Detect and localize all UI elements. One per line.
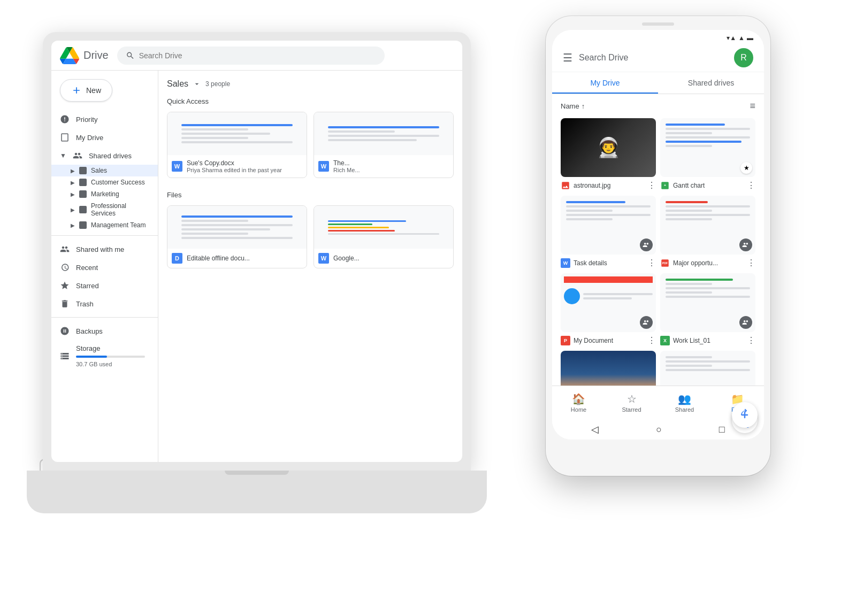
more-button[interactable]: ⋮ [647, 335, 656, 345]
expand-arrow: ▼ [60, 152, 66, 159]
sidebar-item-sales[interactable]: ▶ Sales [51, 165, 158, 176]
file-item-work-list[interactable]: X Work List_01 ⋮ [660, 273, 755, 346]
preview-line [666, 214, 750, 216]
file-meta-2: Rich Me... [333, 167, 449, 173]
sort-direction: ↑ [582, 102, 585, 110]
hamburger-icon[interactable]: ☰ [563, 51, 572, 64]
file-item-my-document[interactable]: P My Document ⋮ [561, 273, 656, 346]
marketing-folder-icon [79, 190, 87, 198]
sidebar-item-my-drive[interactable]: My Drive [51, 128, 154, 147]
phone-speaker [642, 22, 674, 26]
sidebar-item-trash[interactable]: Trash [51, 295, 154, 313]
nav-home[interactable]: 🏠 Home [552, 390, 605, 415]
preview-line [328, 233, 439, 235]
file-card-info-4: W Google... [314, 249, 453, 268]
back-button[interactable]: ◁ [591, 424, 599, 435]
sidebar-item-backups[interactable]: Backups [51, 322, 154, 340]
quick-access-file-2[interactable]: W The... Rich Me... [314, 112, 454, 178]
professional-services-label: Professional Services [91, 202, 149, 217]
sidebar-item-recent[interactable]: Recent [51, 258, 154, 276]
phone-status-bar: ▾▲ ▲ ▬ [552, 30, 764, 44]
nav-starred[interactable]: ☆ Starred [605, 390, 658, 415]
phone-search-field[interactable]: Search Drive [579, 53, 728, 63]
file-card-2[interactable]: W Google... [314, 205, 454, 268]
tab-shared-drives[interactable]: Shared drives [658, 72, 764, 94]
sort-label[interactable]: Name ↑ [561, 102, 585, 110]
plus-icon [71, 85, 82, 96]
recents-button[interactable]: □ [719, 424, 725, 435]
docs-icon-2: W [318, 161, 329, 172]
folder-name: Sales [167, 79, 188, 89]
more-button[interactable]: ⋮ [647, 180, 656, 190]
nav-shared-label: Shared [675, 406, 694, 413]
preview-line [666, 124, 725, 126]
sidebar-item-shared-with-me[interactable]: Shared with me [51, 240, 154, 258]
laptop: Drive [43, 32, 471, 524]
filename: astronaut.jpg [574, 182, 610, 189]
sidebar-item-priority[interactable]: Priority [51, 110, 154, 128]
file-item-major-opportu[interactable]: PDF Major opportu... ⋮ [660, 196, 755, 269]
storage-bar-fill [76, 356, 107, 358]
file-card-1[interactable]: D Editable offline docu... [167, 205, 307, 268]
fab-plus-button[interactable] [732, 402, 758, 428]
more-button[interactable]: ⋮ [747, 335, 755, 345]
drive-body: New Priority [51, 71, 462, 462]
shared-with-me-icon [60, 244, 70, 254]
recent-label: Recent [76, 264, 98, 272]
shared-with-me-label: Shared with me [76, 245, 124, 253]
sidebar-item-management-team[interactable]: ▶ Management Team [51, 219, 158, 231]
preview-line [666, 145, 712, 147]
file-info-text-4: Google... [333, 255, 449, 262]
dropdown-arrow-icon [193, 80, 201, 88]
sidebar-item-customer-success[interactable]: ▶ Customer Success [51, 176, 158, 188]
preview-line [328, 139, 417, 141]
view-toggle-icon[interactable]: ≡ [750, 101, 755, 112]
new-button[interactable]: New [60, 79, 112, 102]
quick-access-file-1[interactable]: W Sue's Copy.docx Priya Sharma edited in… [167, 112, 307, 178]
preview-line [666, 279, 733, 281]
preview-line [181, 128, 248, 130]
laptop-screen-outer: Drive [43, 32, 471, 471]
phone-nav-bar: ☰ Search Drive R [552, 44, 764, 72]
search-input[interactable] [139, 51, 376, 60]
preview-line [666, 210, 712, 212]
file-name-2: The... [333, 159, 449, 167]
file-item-gantt[interactable]: ★ + Gantt chart ⋮ [660, 118, 755, 191]
preview-line [666, 218, 712, 220]
ps-folder-icon [79, 206, 87, 213]
sidebar-item-professional-services[interactable]: ▶ Professional Services [51, 200, 158, 219]
nav-shared[interactable]: 👥 Shared [658, 390, 711, 415]
sidebar-item-storage[interactable]: Storage 30.7 GB used [51, 340, 154, 372]
marketing-label: Marketing [91, 190, 119, 198]
sort-text: Name [561, 102, 579, 110]
sidebar-divider [51, 235, 158, 236]
preview-lines [181, 122, 293, 145]
more-button[interactable]: ⋮ [647, 258, 656, 268]
preview-lines [181, 213, 293, 241]
more-button[interactable]: ⋮ [747, 180, 755, 190]
file-item-next-tokyo[interactable]: Next Tokyo '18 Next Tokyo '18 [561, 351, 656, 386]
drive-main: Sales 3 people Quick Access [158, 71, 462, 462]
preview [660, 351, 755, 386]
quick-access-title: Quick Access [167, 97, 454, 105]
file-item-astronaut[interactable]: astronaut.jpg ⋮ [561, 118, 656, 191]
sidebar-item-starred[interactable]: Starred [51, 276, 154, 295]
preview-line [328, 130, 395, 133]
more-button[interactable]: ⋮ [747, 258, 755, 268]
file-item-media-bu[interactable]: Media Bu... [660, 351, 755, 386]
shared-nav-icon: 👥 [678, 392, 691, 405]
file-name-4: Google... [333, 255, 449, 262]
shared-badge [640, 316, 653, 329]
storage-label: Storage [76, 344, 145, 352]
nav-home-label: Home [571, 406, 586, 413]
drive-search-bar[interactable] [117, 47, 385, 65]
files-grid: D Editable offline docu... [167, 205, 454, 268]
sidebar-item-shared-drives[interactable]: ▼ Shared drives [51, 147, 154, 165]
sidebar-item-marketing[interactable]: ▶ Marketing [51, 188, 158, 200]
preview-line [181, 124, 293, 126]
home-button[interactable]: ○ [656, 424, 662, 435]
tab-my-drive[interactable]: My Drive [552, 72, 658, 94]
file-item-task-details[interactable]: W Task details ⋮ [561, 196, 656, 269]
expand-icon: ▶ [71, 222, 75, 228]
user-avatar[interactable]: R [734, 48, 753, 67]
